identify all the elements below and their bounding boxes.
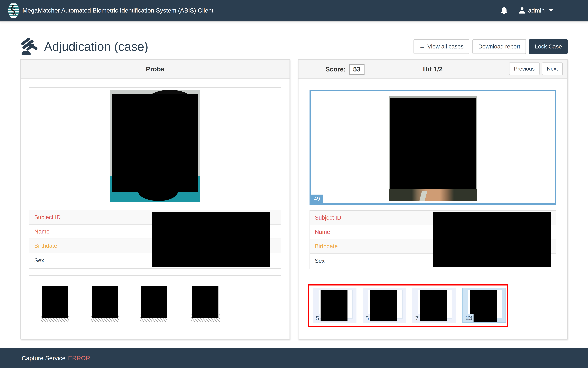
previous-hit-button[interactable]: Previous: [509, 63, 540, 75]
username: admin: [528, 7, 545, 14]
view-all-cases-button[interactable]: ←View all cases: [414, 39, 469, 54]
capture-service-label: Capture Service: [22, 355, 66, 362]
score-group: Score: 53: [326, 60, 364, 79]
probe-fingerprint-4: [191, 286, 220, 322]
megamatcher-logo-icon: [8, 3, 19, 18]
fingerprint-score: 5: [314, 314, 320, 322]
toolbar: ←View all cases Download report Lock Cas…: [414, 39, 568, 54]
redacted-fingerprint: [141, 286, 167, 318]
status-bar: Capture Service ERROR: [0, 348, 588, 368]
probe-photo-hair-bottom: [138, 191, 178, 201]
hit-fingerprint-3[interactable]: 7: [412, 288, 456, 323]
capture-service-status: ERROR: [68, 355, 90, 362]
page-heading: Adjudication (case): [44, 40, 148, 54]
probe-header-title: Probe: [21, 60, 289, 78]
gavel-icon: [20, 38, 39, 55]
score-value: 53: [349, 64, 364, 75]
hit-fingerprint-4-selected[interactable]: 23: [462, 288, 506, 323]
field-label: Sex: [315, 258, 325, 264]
field-label: Birthdate: [34, 243, 57, 249]
hit-fingerprint-2[interactable]: 5: [362, 288, 406, 323]
hit-photo-shoulders: [389, 189, 477, 201]
app-title: MegaMatcher Automated Biometric Identifi…: [22, 7, 213, 14]
hit-panel: Hit 1/2 Score: 53 Previous Next 49 Subje…: [298, 59, 568, 340]
field-label: Name: [34, 228, 50, 235]
fingerprint-score: 7: [414, 314, 420, 322]
redacted-fingerprint: [370, 290, 397, 322]
navbar-right: admin: [501, 7, 588, 14]
redacted-fingerprint: [420, 290, 447, 322]
fingerprint-score: 23: [464, 314, 473, 322]
probe-photo-card: [29, 87, 281, 206]
redacted-table-values: [152, 212, 270, 267]
hit-panel-header: Hit 1/2 Score: 53 Previous Next: [299, 60, 567, 79]
user-icon: [519, 7, 525, 14]
redacted-fingerprint: [321, 290, 347, 322]
arrow-left-icon: ←: [419, 43, 425, 50]
face-score-badge: 49: [311, 194, 323, 203]
hit-photo: [389, 96, 477, 201]
next-hit-button[interactable]: Next: [542, 63, 563, 75]
probe-panel-header: Probe: [21, 60, 289, 79]
probe-fingerprint-2: [91, 286, 119, 322]
score-label: Score:: [326, 65, 346, 73]
redacted-fingerprint: [42, 286, 68, 318]
field-label: Name: [315, 229, 330, 235]
probe-photo: [110, 90, 200, 202]
redacted-table-values: [433, 212, 551, 267]
hit-pager: Previous Next: [509, 63, 563, 75]
brand: MegaMatcher Automated Biometric Identifi…: [0, 3, 213, 18]
redacted-fingerprint: [470, 290, 497, 322]
user-menu[interactable]: admin: [519, 7, 553, 14]
probe-fingerprints-card: [29, 275, 281, 327]
field-label: Birthdate: [315, 243, 338, 249]
hit-fingerprints-alert-box: 5 5 7 23: [308, 284, 508, 327]
probe-fingerprint-1: [41, 286, 69, 322]
page: MegaMatcher Automated Biometric Identifi…: [0, 0, 588, 368]
redacted-fingerprint: [192, 286, 218, 318]
field-label: Sex: [34, 257, 44, 264]
redacted-face-area: [112, 94, 198, 192]
fingerprint-score: 5: [364, 314, 370, 322]
hit-photo-frame: 49: [309, 90, 556, 205]
notifications-bell-icon[interactable]: [501, 7, 507, 14]
probe-fingerprint-3: [140, 286, 167, 322]
probe-panel: Probe Subject ID Name Birthdate Sex: [20, 59, 290, 340]
redacted-face-area: [390, 98, 476, 189]
hit-fingerprint-1[interactable]: 5: [313, 288, 356, 323]
field-label: Subject ID: [34, 214, 61, 221]
lock-case-button[interactable]: Lock Case: [529, 39, 568, 54]
chevron-down-icon: [549, 9, 553, 11]
navbar: MegaMatcher Automated Biometric Identifi…: [0, 0, 588, 21]
redacted-fingerprint: [92, 286, 118, 318]
page-title: Adjudication (case): [20, 38, 148, 55]
field-label: Subject ID: [315, 214, 341, 221]
download-report-button[interactable]: Download report: [472, 39, 526, 54]
titlebar: Adjudication (case) ←View all cases Down…: [20, 37, 568, 56]
